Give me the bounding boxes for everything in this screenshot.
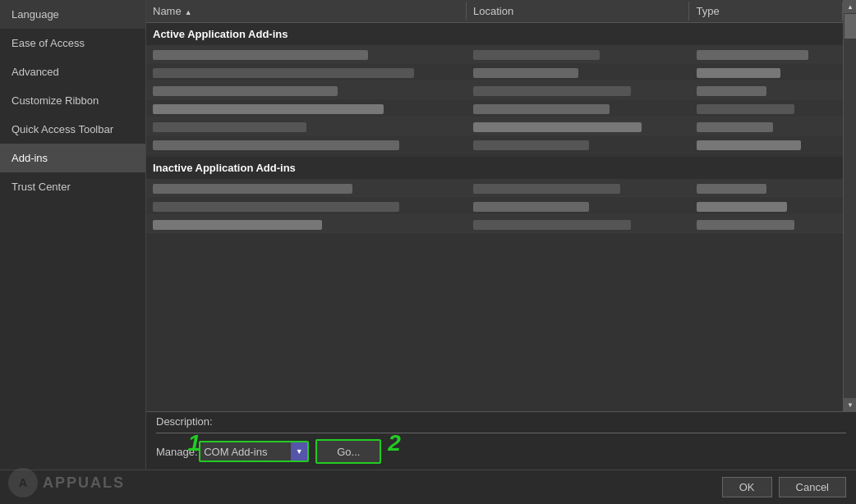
select-arrow-icon[interactable]: ▼ bbox=[291, 442, 307, 460]
description-row: Description: bbox=[156, 415, 846, 428]
main-content: Name Location Type Active Application Ad… bbox=[146, 0, 856, 470]
row-cell bbox=[146, 63, 467, 80]
row-cell bbox=[467, 63, 689, 80]
location-col-label: Location bbox=[473, 5, 513, 17]
sidebar-item-add-ins[interactable]: Add-ins bbox=[0, 144, 145, 172]
dialog-container: Language Ease of Access Advanced Customi… bbox=[0, 0, 856, 504]
table-row bbox=[146, 179, 843, 197]
inactive-section-header: Inactive Application Add-ins bbox=[146, 157, 843, 179]
column-type-header: Type bbox=[689, 2, 843, 21]
row-cell bbox=[690, 215, 843, 232]
go-button-wrapper: Go... bbox=[315, 439, 381, 464]
manage-select[interactable]: COM Add-ins Excel Add-ins Word Add-ins A… bbox=[200, 442, 291, 460]
row-cell bbox=[467, 215, 689, 232]
table-row bbox=[146, 135, 843, 153]
table-header: Name Location Type bbox=[146, 0, 843, 23]
row-cell bbox=[467, 179, 689, 196]
table-row bbox=[146, 99, 843, 117]
row-cell bbox=[146, 197, 467, 214]
row-cell bbox=[690, 197, 843, 214]
logo-area: A APPUALS bbox=[8, 468, 125, 497]
row-cell bbox=[146, 179, 467, 196]
manage-row: Manage: 1 COM Add-ins Excel Add-ins Word… bbox=[156, 438, 846, 465]
dialog-footer: A APPUALS OK Cancel bbox=[0, 470, 856, 504]
go-button[interactable]: Go... bbox=[317, 441, 380, 462]
sidebar-item-ease-of-access[interactable]: Ease of Access bbox=[0, 29, 145, 57]
type-col-label: Type bbox=[696, 5, 719, 17]
row-cell bbox=[467, 135, 689, 153]
row-cell bbox=[467, 197, 689, 214]
row-cell bbox=[467, 45, 689, 62]
logo-icon: A bbox=[8, 468, 38, 497]
row-cell bbox=[146, 135, 467, 153]
scroll-down-arrow[interactable] bbox=[844, 398, 856, 411]
active-section-header: Active Application Add-ins bbox=[146, 23, 843, 45]
row-cell bbox=[146, 215, 467, 232]
sidebar-item-customize-ribbon[interactable]: Customize Ribbon bbox=[0, 86, 145, 115]
column-name-header: Name bbox=[146, 2, 467, 21]
separator bbox=[156, 433, 846, 433]
name-col-label: Name bbox=[153, 5, 182, 17]
scroll-track[interactable] bbox=[844, 13, 856, 398]
step-badge-2: 2 bbox=[388, 430, 401, 456]
table-row bbox=[146, 81, 843, 99]
step-badge-1: 1 bbox=[188, 430, 201, 456]
row-cell bbox=[467, 81, 689, 99]
dialog-body: Language Ease of Access Advanced Customi… bbox=[0, 0, 856, 470]
sidebar: Language Ease of Access Advanced Customi… bbox=[0, 0, 146, 470]
row-cell bbox=[146, 99, 467, 117]
cancel-button[interactable]: Cancel bbox=[779, 477, 846, 497]
row-cell bbox=[467, 117, 689, 135]
sidebar-item-language[interactable]: Language bbox=[0, 0, 145, 29]
row-cell bbox=[146, 45, 467, 62]
table-row bbox=[146, 215, 843, 233]
active-rows bbox=[146, 45, 843, 153]
row-cell bbox=[690, 45, 843, 62]
row-cell bbox=[690, 99, 843, 117]
sort-icon bbox=[185, 5, 192, 17]
row-cell bbox=[690, 63, 843, 80]
row-cell bbox=[146, 117, 467, 135]
table-row bbox=[146, 117, 843, 135]
scroll-thumb[interactable] bbox=[844, 14, 856, 39]
column-location-header: Location bbox=[467, 2, 689, 21]
inactive-rows bbox=[146, 179, 843, 233]
ok-button[interactable]: OK bbox=[722, 477, 772, 497]
row-cell bbox=[690, 179, 843, 196]
sidebar-item-advanced[interactable]: Advanced bbox=[0, 57, 145, 86]
row-cell bbox=[146, 81, 467, 99]
table-row bbox=[146, 63, 843, 81]
table-row bbox=[146, 197, 843, 215]
scrollbar[interactable] bbox=[843, 0, 856, 411]
table-row bbox=[146, 45, 843, 63]
row-cell bbox=[690, 81, 843, 99]
sidebar-item-trust-center[interactable]: Trust Center bbox=[0, 172, 145, 201]
manage-select-wrapper: COM Add-ins Excel Add-ins Word Add-ins A… bbox=[199, 441, 309, 462]
table-area: Name Location Type Active Application Ad… bbox=[146, 0, 856, 411]
row-cell bbox=[690, 117, 843, 135]
sidebar-item-quick-access-toolbar[interactable]: Quick Access Toolbar bbox=[0, 115, 145, 144]
bottom-area: Description: Manage: 1 COM Add-ins Excel… bbox=[146, 411, 856, 470]
description-label: Description: bbox=[156, 415, 230, 428]
row-cell bbox=[467, 99, 689, 117]
logo-text: APPUALS bbox=[43, 474, 125, 492]
scroll-up-arrow[interactable] bbox=[844, 0, 856, 13]
row-cell bbox=[690, 135, 843, 153]
